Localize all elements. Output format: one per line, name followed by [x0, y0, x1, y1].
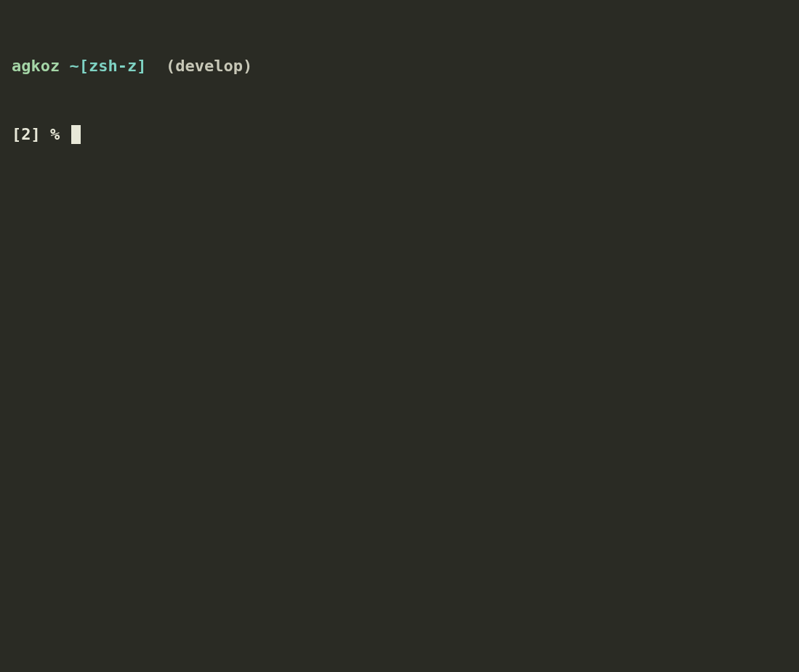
- prompt-path: ~[zsh-z]: [69, 55, 146, 78]
- prompt-username: agkoz: [12, 55, 60, 78]
- prompt-jobs-count: [2]: [12, 124, 41, 146]
- prompt-input-line[interactable]: [2] %: [12, 124, 787, 146]
- prompt-symbol: %: [50, 124, 60, 146]
- cursor-icon: [71, 125, 81, 144]
- prompt-git-branch: (develop): [166, 55, 252, 78]
- terminal-window[interactable]: agkoz ~[zsh-z] (develop) [2] %: [12, 10, 787, 169]
- prompt-context-line: agkoz ~[zsh-z] (develop): [12, 55, 787, 78]
